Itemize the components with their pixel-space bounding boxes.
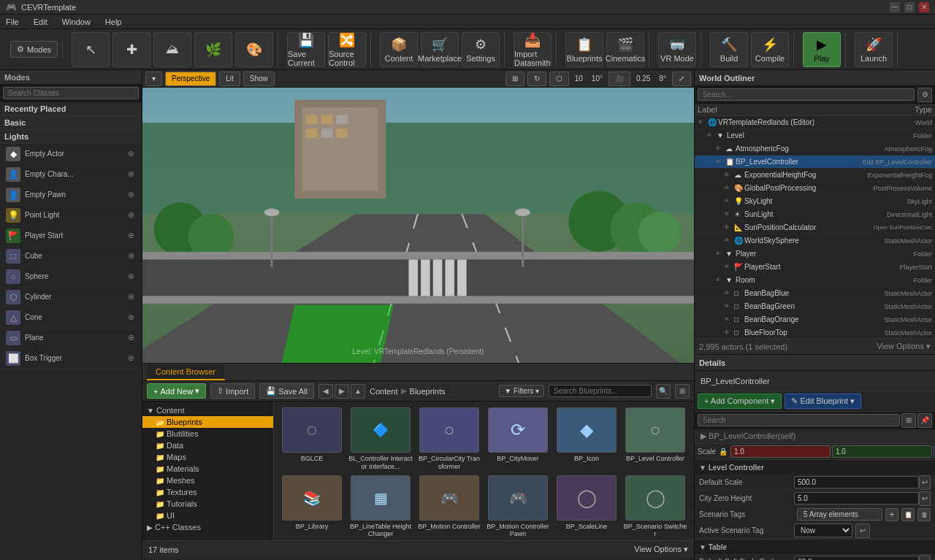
launch-button[interactable]: 🚀 Launch xyxy=(855,32,893,67)
reset-btn[interactable]: ↩ xyxy=(919,555,931,561)
viewport-options-button[interactable]: ▾ xyxy=(145,72,162,86)
play-button[interactable]: ▶ Play xyxy=(803,32,841,67)
terrain-tool[interactable]: ⛰ xyxy=(153,32,191,67)
actor-add-icon[interactable]: ⊕ xyxy=(126,149,136,159)
tag-copy-btn[interactable]: 📋 xyxy=(901,508,915,521)
save-all-button[interactable]: 💾 Save All xyxy=(259,383,314,399)
list-item[interactable]: 👤 Empty Pawn ⊕ xyxy=(0,185,142,205)
list-item[interactable]: ◯ BP_Scenario Switcher xyxy=(623,475,687,539)
default-scale-input[interactable] xyxy=(794,476,919,488)
list-item[interactable]: 📚 BP_Library xyxy=(280,475,344,539)
filters-button[interactable]: ▼ Filters ▾ xyxy=(499,385,544,397)
outliner-item[interactable]: 👁 ▼ Room Folder xyxy=(695,274,935,287)
details-pin-button[interactable]: 📌 xyxy=(917,413,932,428)
actor-add-icon[interactable]: ⊕ xyxy=(126,353,136,364)
list-item[interactable]: ⟳ BP_CityMover xyxy=(486,407,550,471)
list-item[interactable]: ▭ Plane ⊕ xyxy=(0,328,142,348)
import-datasmith-button[interactable]: 📥 Import Datasmith xyxy=(514,32,552,67)
outliner-item[interactable]: 👁 ☀ SunLight DirectionalLight xyxy=(695,208,935,221)
compile-button[interactable]: ⚡ Compile xyxy=(751,32,789,67)
folder-item-data[interactable]: 📁 Data xyxy=(142,440,273,451)
details-settings-button[interactable]: ⊞ xyxy=(901,413,916,428)
build-button[interactable]: 🔨 Build xyxy=(710,32,748,67)
tag-delete-btn[interactable]: 🗑 xyxy=(917,508,931,521)
list-item[interactable]: 🔷 BL_Controller Interactor Interface... xyxy=(348,407,413,471)
minimize-button[interactable]: ─ xyxy=(890,2,900,12)
reset-btn[interactable]: ↩ xyxy=(919,475,931,490)
tag-add-btn[interactable]: + xyxy=(885,508,898,521)
breadcrumb-content[interactable]: Content xyxy=(370,387,398,396)
search-button[interactable]: 🔍 xyxy=(656,384,671,399)
actor-add-icon[interactable]: ⊕ xyxy=(126,292,136,302)
view-options-btn[interactable]: View Options ▾ xyxy=(634,545,688,554)
folder-item-maps[interactable]: 📁 Maps xyxy=(142,451,273,463)
actor-add-icon[interactable]: ⊕ xyxy=(126,231,136,241)
outliner-item[interactable]: 👁 🌐 VRTemplateRedlands (Editor) World xyxy=(695,116,935,129)
blueprints-button[interactable]: 📋 Blueprints xyxy=(565,32,603,67)
folder-item-ui[interactable]: 📁 UI xyxy=(142,510,273,521)
outliner-item[interactable]: 👁 □ BeanBagGreen StaticMeshActor xyxy=(695,300,935,313)
list-item[interactable]: 🎮 BP_Motion ControllerPawn xyxy=(486,475,550,539)
section-basic[interactable]: Basic xyxy=(0,116,142,130)
cinematics-button[interactable]: 🎬 Cinematics xyxy=(606,32,644,67)
list-item[interactable]: ◆ Empty Actor ⊕ xyxy=(0,144,142,164)
scale-y-input[interactable] xyxy=(832,445,932,458)
breadcrumb-blueprints[interactable]: Blueprints xyxy=(410,387,446,396)
lock-icon[interactable]: 🔒 xyxy=(719,448,728,456)
add-component-button[interactable]: + Add Component ▾ xyxy=(698,394,782,409)
nav-forward-button[interactable]: ▶ xyxy=(335,384,349,399)
select-tool[interactable]: ↖ xyxy=(72,32,110,67)
viewport-maximize[interactable]: ⤢ xyxy=(672,72,691,86)
import-button[interactable]: ⇧ Import xyxy=(210,383,255,399)
outliner-item[interactable]: 👁 📐 SunPositionCalculator Open SunPositi… xyxy=(695,221,935,234)
list-item[interactable]: □ Cube ⊕ xyxy=(0,246,142,266)
list-item[interactable]: 💡 Point Light ⊕ xyxy=(0,205,142,226)
details-search-input[interactable] xyxy=(698,414,900,426)
outliner-item[interactable]: 👁 ▼ Player Folder xyxy=(695,248,935,261)
maximize-button[interactable]: □ xyxy=(904,2,915,12)
actor-add-icon[interactable]: ⊕ xyxy=(126,251,136,261)
rotation-snap-button[interactable]: ↻ xyxy=(527,72,546,86)
actor-add-icon[interactable]: ⊕ xyxy=(126,169,136,180)
scale-snap-button[interactable]: ⬡ xyxy=(549,72,569,86)
close-button[interactable]: ✕ xyxy=(919,2,929,12)
actor-add-icon[interactable]: ⊕ xyxy=(126,312,136,323)
list-item[interactable]: ○ BGLCE xyxy=(280,407,344,471)
tab-content-browser[interactable]: Content Browser xyxy=(147,364,225,380)
outliner-item[interactable]: 👁 □ BeanBagOrange StaticMeshActor xyxy=(695,313,935,326)
scale-x-input[interactable] xyxy=(730,445,831,458)
folder-item-blueprints[interactable]: 📂 Blueprints xyxy=(142,416,273,428)
tag-refresh-btn[interactable]: ↩ xyxy=(855,523,870,538)
section-lights[interactable]: Lights xyxy=(0,130,142,144)
list-item[interactable]: ○ Sphere ⊕ xyxy=(0,266,142,287)
settings-button[interactable]: ⚙ Settings xyxy=(462,32,500,67)
foliage-tool[interactable]: 🌿 xyxy=(194,32,232,67)
cull-radius-input[interactable] xyxy=(794,556,919,560)
menu-edit[interactable]: Edit xyxy=(31,16,50,28)
move-tool[interactable]: ✚ xyxy=(112,32,150,67)
edit-blueprint-button[interactable]: ✎ Edit Blueprint ▾ xyxy=(785,394,861,409)
outliner-search-input[interactable] xyxy=(698,88,915,101)
outliner-item-selected[interactable]: 👁 📋 BP_LevelController Edit BP_LevelCont… xyxy=(695,156,935,169)
modes-button[interactable]: ⚙ Modes xyxy=(10,41,58,58)
section-header[interactable]: ▼ Table xyxy=(695,540,935,554)
save-current-button[interactable]: 💾 Save Current xyxy=(287,32,325,67)
folder-item-materials[interactable]: 📁 Materials xyxy=(142,463,273,475)
add-new-button[interactable]: + Add New ▾ xyxy=(147,383,206,399)
folder-item-content[interactable]: ▼ Content xyxy=(142,404,273,416)
perspective-button[interactable]: Perspective xyxy=(165,72,216,86)
list-item[interactable]: ⬜ Box Trigger ⊕ xyxy=(0,348,142,369)
list-item[interactable]: 🎮 BP_Motion Controller xyxy=(417,475,481,539)
details-self-label[interactable]: ▶ BP_LevelController(self) xyxy=(695,429,935,444)
folder-item-tutorials[interactable]: 📁 Tutorials xyxy=(142,498,273,510)
section-recently-placed[interactable]: Recently Placed xyxy=(0,102,142,116)
viewport[interactable]: Level: VRTemplateRedlands (Persistent) xyxy=(142,88,694,363)
outliner-item[interactable]: 👁 💡 SkyLight SkyLight xyxy=(695,195,935,208)
city-zero-height-input[interactable] xyxy=(794,492,919,505)
list-item[interactable]: ○ BP_CircularCity Transformer xyxy=(417,407,481,471)
outliner-item[interactable]: 👁 🌐 WorldSkySphere StaticMeshActor xyxy=(695,234,935,248)
view-toggle-button[interactable]: ⊞ xyxy=(675,384,690,399)
actor-add-icon[interactable]: ⊕ xyxy=(126,272,136,282)
view-options-outliner[interactable]: View Options ▾ xyxy=(877,342,931,351)
list-item[interactable]: ○ BP_Level Controller xyxy=(623,407,687,471)
